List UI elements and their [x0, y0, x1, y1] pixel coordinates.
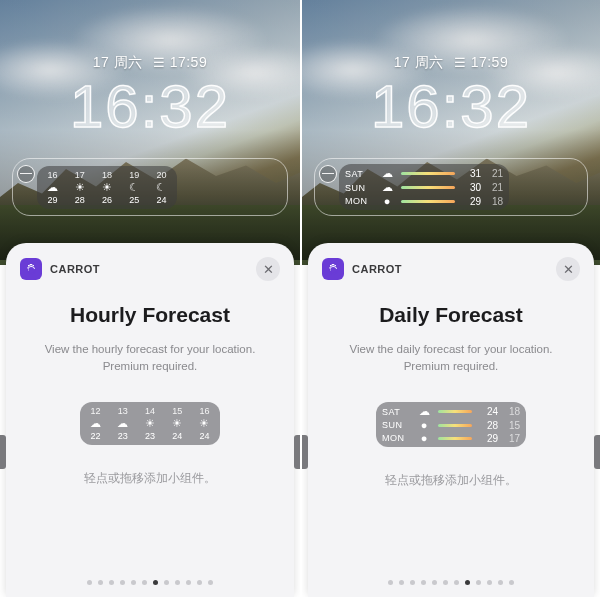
daily-widget-preview[interactable]: SAT☁2418 SUN●2815 MON●2917 — [376, 402, 526, 447]
weather-icon: ☀ — [93, 181, 120, 194]
date-weekday: 周六 — [114, 54, 143, 70]
widget-preview[interactable]: 12 13 14 15 16 ☁ ☁ ☀ ☀ ☀ 22 23 23 24 24 — [20, 402, 280, 445]
weather-icon: ☀ — [66, 181, 93, 194]
sunset-time: 17:59 — [170, 54, 208, 70]
lock-dateline: 17 周六 ☰17:59 — [0, 54, 300, 72]
page-dot[interactable] — [186, 580, 191, 585]
page-dot[interactable] — [388, 580, 393, 585]
page-dot[interactable] — [399, 580, 404, 585]
page-dot[interactable] — [153, 580, 158, 585]
widget-preview[interactable]: SAT☁2418 SUN●2815 MON●2917 — [322, 402, 580, 447]
page-dot[interactable] — [98, 580, 103, 585]
screenshot-left: 17 周六 ☰17:59 16:32 — 16 17 18 19 20 ☁ ☀ … — [0, 0, 300, 597]
next-widget-peek[interactable] — [594, 435, 600, 469]
widget-picker-sheet: ◉ CARROT ✕ Daily Forecast View the daily… — [308, 243, 594, 597]
prev-widget-peek[interactable] — [302, 435, 308, 469]
sheet-description: View the daily forecast for your locatio… — [322, 341, 580, 374]
date-day: 17 — [93, 54, 110, 70]
weather-icon: ☁ — [377, 167, 397, 180]
close-button[interactable]: ✕ — [256, 257, 280, 281]
lock-clock: 16:32 — [0, 72, 300, 141]
page-dot[interactable] — [454, 580, 459, 585]
page-dot[interactable] — [443, 580, 448, 585]
lock-dateline: 17 周六 ☰17:59 — [302, 54, 600, 72]
page-dot[interactable] — [476, 580, 481, 585]
app-name: CARROT — [352, 263, 402, 275]
weather-icon: ☾ — [148, 181, 175, 194]
sheet-description: View the hourly forecast for your locati… — [20, 341, 280, 374]
date-day: 17 — [394, 54, 411, 70]
add-hint: 轻点或拖移添加小组件。 — [322, 473, 580, 488]
sheet-title: Daily Forecast — [322, 303, 580, 327]
page-dot[interactable] — [498, 580, 503, 585]
page-dot[interactable] — [208, 580, 213, 585]
hourly-widget-preview[interactable]: 12 13 14 15 16 ☁ ☁ ☀ ☀ ☀ 22 23 23 24 24 — [80, 402, 220, 445]
page-dot[interactable] — [131, 580, 136, 585]
date-weekday: 周六 — [415, 54, 444, 70]
weather-icon: ☁ — [377, 181, 397, 194]
daily-widget[interactable]: SAT☁3121 SUN☁3021 MON●2918 — [339, 164, 509, 210]
widget-picker-sheet: ◉ CARROT ✕ Hourly Forecast View the hour… — [6, 243, 294, 597]
app-icon: ◉ — [20, 258, 42, 280]
prev-widget-peek[interactable] — [0, 435, 6, 469]
sheet-title: Hourly Forecast — [20, 303, 280, 327]
app-name: CARROT — [50, 263, 100, 275]
sunset-time: 17:59 — [471, 54, 509, 70]
widget-zone[interactable]: — 16 17 18 19 20 ☁ ☀ ☀ ☾ ☾ 29 28 26 25 2… — [12, 158, 288, 216]
sunset-icon: ☰ — [454, 55, 467, 70]
page-dot[interactable] — [87, 580, 92, 585]
app-icon: ◉ — [322, 258, 344, 280]
page-dot[interactable] — [164, 580, 169, 585]
widget-zone[interactable]: — SAT☁3121 SUN☁3021 MON●2918 — [314, 158, 588, 216]
page-dot[interactable] — [109, 580, 114, 585]
page-dot[interactable] — [509, 580, 514, 585]
page-dot[interactable] — [465, 580, 470, 585]
page-dot[interactable] — [421, 580, 426, 585]
remove-widget-button[interactable]: — — [319, 165, 337, 183]
weather-icon: ☁ — [39, 181, 66, 194]
remove-widget-button[interactable]: — — [17, 165, 35, 183]
page-dot[interactable] — [487, 580, 492, 585]
page-dots-right[interactable] — [308, 580, 594, 585]
page-dot[interactable] — [175, 580, 180, 585]
lock-clock: 16:32 — [302, 72, 600, 141]
screenshot-right: 17 周六 ☰17:59 16:32 — SAT☁3121 SUN☁3021 M… — [300, 0, 600, 597]
page-dots-left[interactable] — [6, 580, 294, 585]
page-dot[interactable] — [432, 580, 437, 585]
weather-icon: ☾ — [121, 181, 148, 194]
weather-icon: ● — [377, 195, 397, 207]
sunset-icon: ☰ — [153, 55, 166, 70]
page-dot[interactable] — [142, 580, 147, 585]
page-dot[interactable] — [197, 580, 202, 585]
add-hint: 轻点或拖移添加小组件。 — [20, 471, 280, 486]
hourly-widget[interactable]: 16 17 18 19 20 ☁ ☀ ☀ ☾ ☾ 29 28 26 25 24 — [37, 166, 177, 209]
page-dot[interactable] — [410, 580, 415, 585]
page-dot[interactable] — [120, 580, 125, 585]
close-button[interactable]: ✕ — [556, 257, 580, 281]
